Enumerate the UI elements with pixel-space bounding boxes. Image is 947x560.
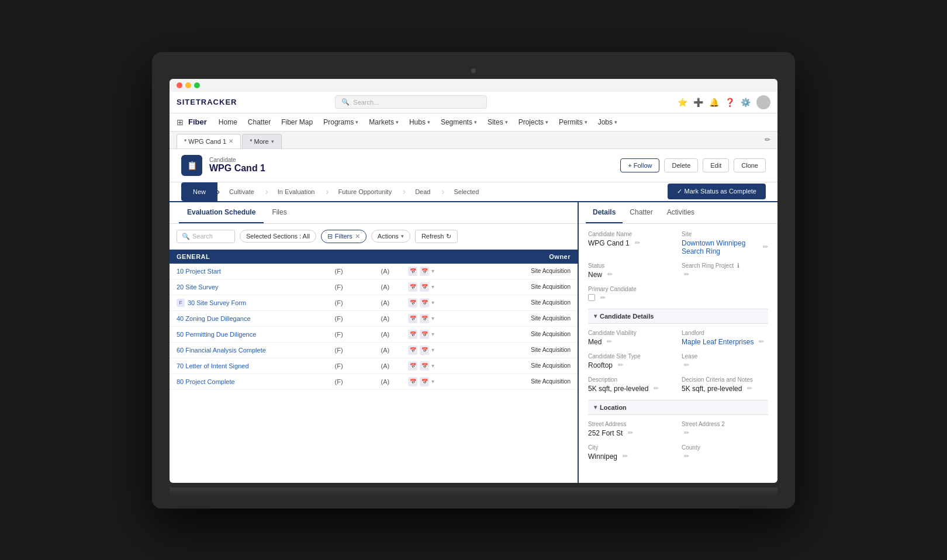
row-dropdown-0[interactable]: ▾ — [431, 268, 434, 274]
city-edit[interactable]: ✏ — [623, 452, 628, 460]
row-name-1[interactable]: 20 Site Survey — [177, 284, 316, 291]
filters-button[interactable]: ⊟ Filters ✕ — [321, 230, 367, 243]
nav-item-sites[interactable]: Sites ▾ — [483, 113, 513, 131]
filter-clear-icon[interactable]: ✕ — [355, 233, 360, 240]
row-dropdown-3[interactable]: ▾ — [431, 315, 434, 322]
delete-button[interactable]: Delete — [664, 158, 698, 172]
cal-icon-1[interactable]: 📅 — [408, 361, 417, 371]
cal-icon-2[interactable]: 📅 — [420, 377, 429, 386]
row-name-5[interactable]: 60 Financial Analysis Complete — [177, 347, 316, 354]
nav-item-hubs[interactable]: Hubs ▾ — [405, 113, 435, 131]
cal-icon-2[interactable]: 📅 — [420, 330, 429, 339]
stage-selected[interactable]: Selected — [442, 182, 490, 201]
stage-dead[interactable]: Dead — [403, 182, 442, 201]
actions-button[interactable]: Actions ▾ — [371, 230, 410, 243]
street-edit[interactable]: ✏ — [628, 429, 633, 437]
row-dropdown-1[interactable]: ▾ — [431, 284, 434, 290]
nav-item-jobs[interactable]: Jobs ▾ — [593, 113, 622, 131]
follow-button[interactable]: + Follow — [620, 158, 659, 172]
stage-future-opportunity[interactable]: Future Opportunity — [326, 182, 403, 201]
nav-item-fibermap[interactable]: Fiber Map — [277, 113, 317, 131]
street2-edit[interactable]: ✏ — [684, 429, 689, 437]
row-name-0[interactable]: 10 Project Start — [177, 268, 316, 275]
minimize-button[interactable] — [185, 82, 191, 88]
cal-icon-2[interactable]: 📅 — [420, 267, 429, 276]
row-name-6[interactable]: 70 Letter of Intent Signed — [177, 362, 316, 369]
row-dropdown-6[interactable]: ▾ — [431, 362, 434, 369]
nav-item-programs[interactable]: Programs ▾ — [319, 113, 363, 131]
tab-chatter[interactable]: Chatter — [623, 202, 659, 223]
nav-item-home[interactable]: Home — [214, 113, 242, 131]
site-edit[interactable]: ✏ — [763, 243, 768, 251]
search-bar[interactable]: 🔍 Search... — [335, 95, 487, 109]
tab-details[interactable]: Details — [586, 202, 623, 223]
star-icon[interactable]: ⭐ — [678, 98, 687, 107]
row-name-4[interactable]: 50 Permitting Due Diligence — [177, 331, 316, 338]
cal-icon-2[interactable]: 📅 — [420, 345, 429, 355]
decision-edit[interactable]: ✏ — [747, 385, 752, 392]
candidate-details-section[interactable]: ▾ Candidate Details — [588, 309, 768, 324]
grid-icon[interactable]: ⊞ — [177, 117, 184, 127]
nav-item-permits[interactable]: Permits ▾ — [554, 113, 592, 131]
nav-item-markets[interactable]: Markets ▾ — [364, 113, 403, 131]
add-icon[interactable]: ➕ — [693, 98, 703, 107]
location-section[interactable]: ▾ Location — [588, 400, 768, 415]
tab-close-icon[interactable]: ✕ — [229, 138, 233, 144]
landlord-edit[interactable]: ✏ — [759, 338, 764, 345]
cal-icon-2[interactable]: 📅 — [420, 314, 429, 323]
mark-complete-button[interactable]: ✓ Mark Status as Complete — [668, 184, 766, 199]
tab-evaluation-schedule[interactable]: Evaluation Schedule — [179, 202, 264, 223]
stage-cultivate[interactable]: Cultivate — [217, 182, 266, 201]
tab-files[interactable]: Files — [264, 202, 295, 223]
sections-button[interactable]: Selected Sections : All — [240, 230, 316, 243]
cal-icon-1[interactable]: 📅 — [408, 267, 417, 276]
cal-icon-1[interactable]: 📅 — [408, 282, 417, 292]
search-input[interactable]: 🔍 Search — [177, 230, 235, 243]
lease-edit[interactable]: ✏ — [684, 361, 689, 369]
cal-icon-1[interactable]: 📅 — [408, 314, 417, 323]
cal-icon-1[interactable]: 📅 — [408, 377, 417, 386]
county-edit[interactable]: ✏ — [684, 452, 689, 460]
tab-activities[interactable]: Activities — [660, 202, 701, 223]
bell-icon[interactable]: 🔔 — [709, 98, 719, 107]
edit-button[interactable]: Edit — [703, 158, 729, 172]
status-edit[interactable]: ✏ — [607, 271, 613, 278]
tab-more[interactable]: * More ▾ — [242, 134, 281, 148]
candidate-name-edit[interactable]: ✏ — [635, 239, 640, 247]
clone-button[interactable]: Clone — [734, 158, 766, 172]
row-dropdown-5[interactable]: ▾ — [431, 347, 434, 353]
row-name-2[interactable]: F 30 Site Survey Form — [177, 299, 316, 307]
cal-icon-2[interactable]: 📅 — [420, 282, 429, 292]
row-dropdown-4[interactable]: ▾ — [431, 331, 434, 337]
maximize-button[interactable] — [194, 82, 200, 88]
cal-icon-1[interactable]: 📅 — [408, 330, 417, 339]
viability-edit[interactable]: ✏ — [607, 338, 612, 345]
avatar[interactable] — [756, 95, 770, 109]
row-name-7[interactable]: 80 Project Complete — [177, 378, 316, 385]
desc-edit[interactable]: ✏ — [654, 385, 659, 392]
nav-item-chatter[interactable]: Chatter — [243, 113, 275, 131]
srp-edit[interactable]: ✏ — [684, 271, 689, 278]
help-icon[interactable]: ❓ — [725, 98, 735, 107]
pencil-icon[interactable]: ✏ — [765, 136, 770, 144]
primary-candidate-edit[interactable]: ✏ — [600, 294, 606, 302]
tab-wpg-cand1[interactable]: * WPG Cand 1 ✕ — [177, 134, 241, 148]
stage-new[interactable]: New — [181, 182, 217, 201]
row-name-3[interactable]: 40 Zoning Due Dillegance — [177, 315, 316, 322]
refresh-button[interactable]: Refresh ↻ — [415, 230, 458, 243]
row-dropdown-7[interactable]: ▾ — [431, 378, 434, 385]
cal-icon-1[interactable]: 📅 — [408, 298, 417, 307]
row-dropdown-2[interactable]: ▾ — [431, 299, 434, 306]
cal-icon-2[interactable]: 📅 — [420, 298, 429, 307]
nav-item-projects[interactable]: Projects ▾ — [514, 113, 553, 131]
primary-candidate-checkbox[interactable] — [588, 294, 595, 301]
cal-icon-1[interactable]: 📅 — [408, 345, 417, 355]
site-link[interactable]: Downtown Winnipeg Search Ring — [682, 239, 758, 255]
sitetype-edit[interactable]: ✏ — [618, 361, 623, 369]
cal-icon-2[interactable]: 📅 — [420, 361, 429, 371]
stage-in-evaluation[interactable]: In Evaluation — [266, 182, 327, 201]
settings-icon[interactable]: ⚙️ — [741, 98, 751, 107]
landlord-link[interactable]: Maple Leaf Enterprises — [682, 338, 754, 346]
nav-item-segments[interactable]: Segments ▾ — [436, 113, 482, 131]
close-button[interactable] — [177, 82, 182, 88]
